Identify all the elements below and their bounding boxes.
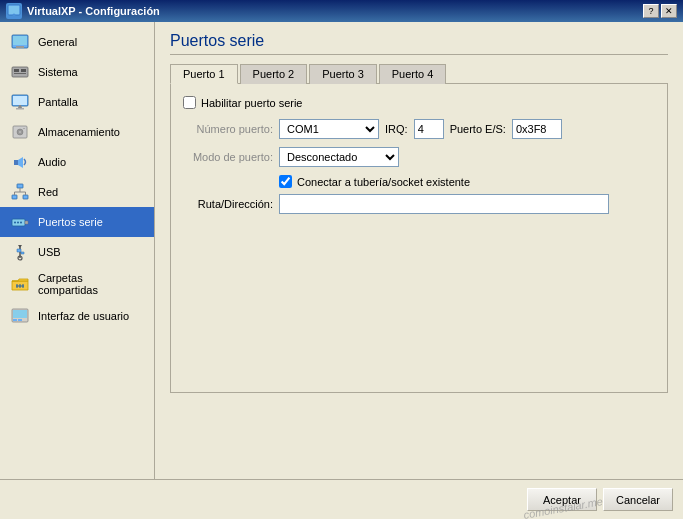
- sidebar-item-pantalla[interactable]: Pantalla: [0, 87, 154, 117]
- irq-input[interactable]: [414, 119, 444, 139]
- irq-label: IRQ:: [385, 123, 408, 135]
- svg-rect-34: [21, 252, 24, 254]
- enable-row: Habilitar puerto serie: [183, 96, 655, 109]
- sidebar-label-carpetas: Carpetas compartidas: [38, 272, 144, 296]
- sidebar-item-red[interactable]: Red: [0, 177, 154, 207]
- puertos-serie-icon: [10, 212, 30, 232]
- tab-panel: Habilitar puerto serie Número puerto: CO…: [170, 83, 668, 393]
- app-icon: [6, 3, 22, 19]
- close-button[interactable]: ✕: [661, 4, 677, 18]
- aceptar-button[interactable]: Aceptar: [527, 488, 597, 511]
- pantalla-icon: [10, 92, 30, 112]
- interfaz-usuario-icon: [10, 306, 30, 326]
- puerto-es-label: Puerto E/S:: [450, 123, 506, 135]
- ruta-input[interactable]: [279, 194, 609, 214]
- content-area: Puertos serie Puerto 1 Puerto 2 Puerto 3…: [155, 22, 683, 479]
- svg-rect-20: [17, 184, 23, 188]
- sidebar-label-red: Red: [38, 186, 58, 198]
- sidebar-item-general[interactable]: General: [0, 27, 154, 57]
- almacenamiento-icon: [10, 122, 30, 142]
- tab-puerto1[interactable]: Puerto 1: [170, 64, 238, 84]
- sidebar-item-carpetas-compartidas[interactable]: Carpetas compartidas: [0, 267, 154, 301]
- svg-rect-7: [14, 69, 19, 72]
- title-bar-text: VirtualXP - Configuración: [27, 5, 160, 17]
- sidebar-label-sistema: Sistema: [38, 66, 78, 78]
- svg-rect-4: [13, 36, 27, 45]
- tab-puerto2[interactable]: Puerto 2: [240, 64, 308, 84]
- sidebar-label-usb: USB: [38, 246, 61, 258]
- audio-icon: [10, 152, 30, 172]
- svg-marker-19: [18, 157, 23, 168]
- title-bar: VirtualXP - Configuración ? ✕: [0, 0, 683, 22]
- ruta-label: Ruta/Dirección:: [183, 198, 273, 210]
- sidebar-item-almacenamiento[interactable]: Almacenamiento: [0, 117, 154, 147]
- tab-puerto3[interactable]: Puerto 3: [309, 64, 377, 84]
- red-icon: [10, 182, 30, 202]
- conectar-label: Conectar a tubería/socket existente: [297, 176, 470, 188]
- numero-puerto-row: Número puerto: COM1 COM2 COM3 COM4 IRQ: …: [183, 119, 655, 139]
- sidebar-item-sistema[interactable]: Sistema: [0, 57, 154, 87]
- tab-puerto4[interactable]: Puerto 4: [379, 64, 447, 84]
- svg-point-29: [14, 222, 16, 224]
- svg-marker-36: [18, 245, 22, 248]
- sidebar-label-interfaz: Interfaz de usuario: [38, 310, 129, 322]
- puerto-es-input[interactable]: [512, 119, 562, 139]
- svg-point-16: [19, 131, 21, 133]
- svg-point-30: [17, 222, 19, 224]
- sidebar: General Sistema: [0, 22, 155, 479]
- enable-port-checkbox[interactable]: [183, 96, 196, 109]
- sidebar-item-puertos-serie[interactable]: Puertos serie: [0, 207, 154, 237]
- sistema-icon: [10, 62, 30, 82]
- title-bar-buttons: ? ✕: [643, 4, 677, 18]
- svg-rect-11: [13, 96, 27, 105]
- usb-icon: [10, 242, 30, 262]
- svg-rect-22: [23, 195, 28, 199]
- sidebar-label-pantalla: Pantalla: [38, 96, 78, 108]
- modo-puerto-row: Modo de puerto: Desconectado Puerto host…: [183, 147, 655, 167]
- svg-rect-28: [25, 221, 28, 224]
- tabs-container: Puerto 1 Puerto 2 Puerto 3 Puerto 4: [170, 63, 668, 83]
- svg-point-2: [13, 14, 16, 17]
- conectar-checkbox[interactable]: [279, 175, 292, 188]
- carpetas-compartidas-icon: [10, 274, 30, 294]
- sidebar-item-usb[interactable]: USB: [0, 237, 154, 267]
- svg-rect-42: [13, 310, 27, 318]
- sidebar-label-general: General: [38, 36, 77, 48]
- help-button[interactable]: ?: [643, 4, 659, 18]
- sidebar-label-audio: Audio: [38, 156, 66, 168]
- sidebar-label-puertos-serie: Puertos serie: [38, 216, 103, 228]
- title-bar-left: VirtualXP - Configuración: [6, 3, 160, 19]
- svg-rect-18: [14, 160, 18, 165]
- general-icon: [10, 32, 30, 52]
- svg-rect-1: [9, 6, 19, 14]
- modo-puerto-select[interactable]: Desconectado Puerto host Archivo de text…: [279, 147, 399, 167]
- cancelar-button[interactable]: Cancelar: [603, 488, 673, 511]
- svg-rect-21: [12, 195, 17, 199]
- svg-rect-9: [14, 73, 26, 74]
- sidebar-item-audio[interactable]: Audio: [0, 147, 154, 177]
- sidebar-label-almacenamiento: Almacenamiento: [38, 126, 120, 138]
- sidebar-item-interfaz-usuario[interactable]: Interfaz de usuario: [0, 301, 154, 331]
- bottom-bar: comoinstalar.me Aceptar Cancelar: [0, 479, 683, 519]
- enable-port-label: Habilitar puerto serie: [201, 97, 303, 109]
- svg-rect-17: [23, 128, 25, 129]
- main-container: General Sistema: [0, 22, 683, 479]
- svg-rect-13: [16, 108, 24, 110]
- svg-rect-43: [13, 319, 17, 321]
- ruta-row: Ruta/Dirección:: [183, 194, 655, 214]
- svg-rect-8: [21, 69, 26, 72]
- conectar-row: Conectar a tubería/socket existente: [279, 175, 655, 188]
- svg-rect-5: [16, 46, 24, 48]
- numero-puerto-label: Número puerto:: [183, 123, 273, 135]
- modo-puerto-label: Modo de puerto:: [183, 151, 273, 163]
- svg-rect-44: [18, 319, 22, 321]
- svg-point-31: [20, 222, 22, 224]
- page-title: Puertos serie: [170, 32, 668, 55]
- svg-rect-33: [17, 249, 21, 252]
- numero-puerto-select[interactable]: COM1 COM2 COM3 COM4: [279, 119, 379, 139]
